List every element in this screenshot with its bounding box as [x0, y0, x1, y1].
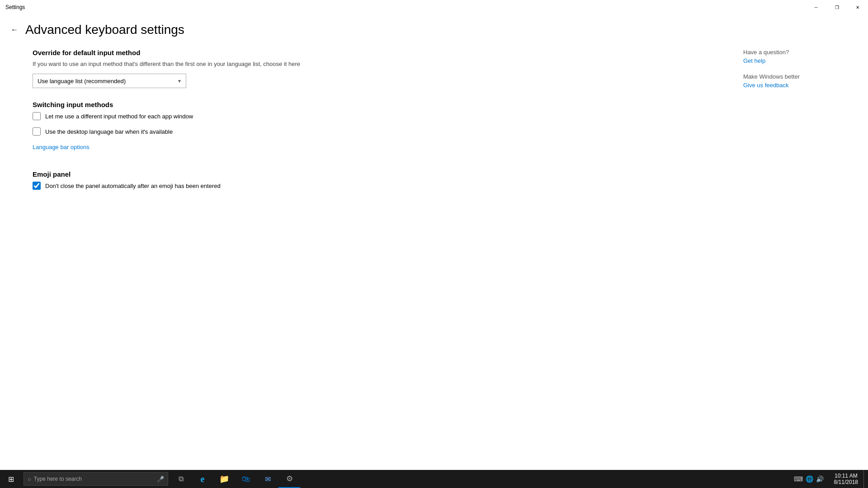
main-content: Override for default input method If you… — [0, 40, 732, 470]
back-button[interactable]: ← — [7, 23, 22, 37]
page-header: ← Advanced keyboard settings — [0, 14, 868, 40]
store-icon: 🛍 — [242, 474, 250, 484]
checkbox-row-1: Let me use a different input method for … — [33, 112, 306, 120]
desktop-language-bar-label[interactable]: Use the desktop language bar when it's a… — [45, 128, 173, 135]
window-controls: ─ ❐ ✕ — [806, 0, 868, 14]
switching-section: Switching input methods Let me use a dif… — [33, 101, 306, 163]
emoji-section-title: Emoji panel — [33, 170, 306, 178]
give-feedback-link[interactable]: Give us feedback — [743, 82, 857, 89]
microphone-icon: 🎤 — [157, 476, 164, 483]
page-title: Advanced keyboard settings — [25, 23, 184, 37]
switching-section-title: Switching input methods — [33, 101, 306, 108]
override-section: Override for default input method If you… — [33, 49, 306, 88]
windows-better-label: Make Windows better — [743, 73, 857, 80]
get-help-link[interactable]: Get help — [743, 57, 857, 64]
volume-icon: 🔊 — [816, 475, 824, 483]
clock-date: 8/11/2018 — [834, 479, 858, 485]
show-desktop-button[interactable] — [863, 470, 866, 488]
edge-icon: e — [201, 474, 205, 484]
window-title: Settings — [5, 4, 25, 10]
override-section-title: Override for default input method — [33, 49, 306, 56]
input-method-dropdown-container: Use language list (recommended) ▼ — [33, 74, 186, 88]
emoji-checkbox-row: Don't close the panel automatically afte… — [33, 182, 306, 190]
taskbar-app-store[interactable]: 🛍 — [235, 470, 257, 488]
checkbox-row-2: Use the desktop language bar when it's a… — [33, 127, 306, 136]
minimize-button[interactable]: ─ — [806, 0, 826, 14]
taskbar-search-icon: ○ — [28, 476, 31, 483]
task-view-button[interactable]: ⧉ — [170, 470, 192, 488]
different-input-method-checkbox[interactable] — [33, 112, 41, 120]
taskbar-right: ⌨ 🌐 🔊 10:11 AM 8/11/2018 — [789, 470, 868, 488]
taskbar-app-mail[interactable]: ✉ — [257, 470, 278, 488]
settings-content: Override for default input method If you… — [0, 40, 316, 208]
system-tray: ⌨ 🌐 🔊 — [789, 470, 829, 488]
settings-icon: ⚙ — [286, 474, 293, 483]
emoji-section: Emoji panel Don't close the panel automa… — [33, 170, 306, 190]
clock-time: 10:11 AM — [835, 473, 858, 479]
file-explorer-icon: 📁 — [219, 474, 229, 484]
mail-icon: ✉ — [265, 475, 271, 483]
desktop-language-bar-checkbox[interactable] — [33, 127, 41, 136]
task-view-icon: ⧉ — [179, 475, 184, 483]
taskbar-app-edge[interactable]: e — [192, 470, 213, 488]
restore-button[interactable]: ❐ — [826, 0, 847, 14]
taskbar-app-settings[interactable]: ⚙ — [278, 470, 300, 488]
start-icon: ⊞ — [8, 475, 14, 483]
different-input-method-label[interactable]: Let me use a different input method for … — [45, 113, 193, 120]
language-bar-options-link[interactable]: Language bar options — [33, 144, 90, 150]
question-label: Have a question? — [743, 49, 857, 56]
start-button[interactable]: ⊞ — [0, 470, 22, 488]
taskbar-clock[interactable]: 10:11 AM 8/11/2018 — [829, 470, 863, 488]
emoji-panel-checkbox[interactable] — [33, 182, 41, 190]
keyboard-icon: ⌨ — [794, 475, 803, 483]
title-bar: Settings ─ ❐ ✕ — [0, 0, 868, 14]
input-method-dropdown[interactable]: Use language list (recommended) — [33, 74, 186, 88]
taskbar-search-bar[interactable]: ○ Type here to search 🎤 — [24, 472, 168, 486]
taskbar-search-text: Type here to search — [34, 476, 157, 482]
right-sidebar: Have a question? Get help Make Windows b… — [732, 40, 868, 470]
content-area: Override for default input method If you… — [0, 40, 868, 470]
taskbar-app-file-explorer[interactable]: 📁 — [213, 470, 235, 488]
close-button[interactable]: ✕ — [847, 0, 868, 14]
network-icon: 🌐 — [806, 475, 813, 483]
emoji-panel-label[interactable]: Don't close the panel automatically afte… — [45, 183, 221, 189]
override-section-description: If you want to use an input method that'… — [33, 60, 306, 68]
taskbar: ⊞ ○ Type here to search 🎤 ⧉ e 📁 🛍 ✉ ⚙ ⌨ … — [0, 470, 868, 488]
